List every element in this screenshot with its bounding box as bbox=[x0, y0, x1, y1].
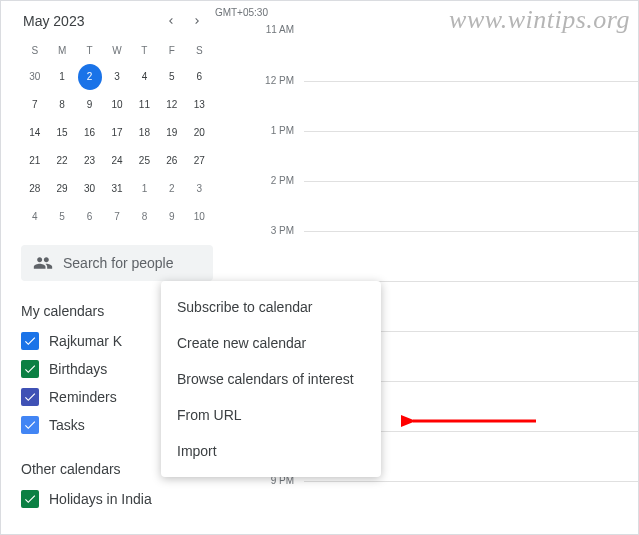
time-row[interactable]: 1 PM bbox=[304, 131, 638, 181]
calendar-day-cell[interactable]: 7 bbox=[105, 204, 129, 230]
month-nav bbox=[159, 9, 209, 33]
calendar-day-cell[interactable]: 28 bbox=[23, 176, 47, 202]
timezone-label: GMT+05:30 bbox=[208, 7, 268, 18]
calendar-label: Birthdays bbox=[49, 361, 107, 377]
calendar-day-cell[interactable]: 6 bbox=[187, 64, 211, 90]
calendar-day-cell[interactable]: 30 bbox=[78, 176, 102, 202]
calendar-day-cell[interactable]: 16 bbox=[78, 120, 102, 146]
context-menu-item-browse-calendars-of-interest[interactable]: Browse calendars of interest bbox=[161, 361, 381, 397]
add-calendar-context-menu: Subscribe to calendarCreate new calendar… bbox=[161, 281, 381, 477]
time-row[interactable]: 11 AM bbox=[304, 31, 638, 81]
check-icon bbox=[23, 362, 37, 376]
calendar-day-cell[interactable]: 21 bbox=[23, 148, 47, 174]
calendar-label: Tasks bbox=[49, 417, 85, 433]
search-people-input[interactable]: Search for people bbox=[21, 245, 213, 281]
calendar-day-cell[interactable]: 30 bbox=[23, 64, 47, 90]
prev-month-button[interactable] bbox=[159, 9, 183, 33]
calendar-day-cell[interactable]: 11 bbox=[132, 92, 156, 118]
context-menu-item-import[interactable]: Import bbox=[161, 433, 381, 469]
calendar-day-cell[interactable]: 27 bbox=[187, 148, 211, 174]
calendar-day-cell[interactable]: 18 bbox=[132, 120, 156, 146]
calendar-day-cell[interactable]: 26 bbox=[160, 148, 184, 174]
calendar-day-cell[interactable]: 12 bbox=[160, 92, 184, 118]
time-label: 3 PM bbox=[254, 225, 294, 236]
time-row[interactable]: 2 PM bbox=[304, 181, 638, 231]
calendar-day-cell[interactable]: 23 bbox=[78, 148, 102, 174]
day-of-week-header: T bbox=[76, 39, 103, 63]
calendar-day-cell[interactable]: 8 bbox=[50, 92, 74, 118]
time-label: 1 PM bbox=[254, 125, 294, 136]
time-row[interactable]: 3 PM bbox=[304, 231, 638, 281]
context-menu-item-create-new-calendar[interactable]: Create new calendar bbox=[161, 325, 381, 361]
calendar-day-cell[interactable]: 3 bbox=[105, 64, 129, 90]
calendar-checkbox[interactable] bbox=[21, 360, 39, 378]
search-placeholder: Search for people bbox=[63, 255, 174, 271]
calendar-label: Holidays in India bbox=[49, 491, 152, 507]
calendar-day-cell[interactable]: 17 bbox=[105, 120, 129, 146]
calendar-day-cell[interactable]: 22 bbox=[50, 148, 74, 174]
day-of-week-header: S bbox=[21, 39, 48, 63]
calendar-checkbox[interactable] bbox=[21, 490, 39, 508]
calendar-day-cell[interactable]: 20 bbox=[187, 120, 211, 146]
day-of-week-header: M bbox=[48, 39, 75, 63]
calendar-day-cell[interactable]: 5 bbox=[50, 204, 74, 230]
check-icon bbox=[23, 492, 37, 506]
month-title: May 2023 bbox=[23, 13, 84, 29]
calendar-day-cell[interactable]: 29 bbox=[50, 176, 74, 202]
other-calendars-list: Holidays in India bbox=[21, 485, 213, 513]
calendar-day-cell[interactable]: 25 bbox=[132, 148, 156, 174]
check-icon bbox=[23, 390, 37, 404]
calendar-day-cell[interactable]: 4 bbox=[132, 64, 156, 90]
calendar-day-cell[interactable]: 31 bbox=[105, 176, 129, 202]
day-of-week-header: W bbox=[103, 39, 130, 63]
mini-calendar-header: May 2023 bbox=[21, 9, 213, 33]
calendar-day-cell[interactable]: 13 bbox=[187, 92, 211, 118]
calendar-day-cell[interactable]: 9 bbox=[160, 204, 184, 230]
check-icon bbox=[23, 334, 37, 348]
calendar-day-cell[interactable]: 3 bbox=[187, 176, 211, 202]
calendar-day-cell[interactable]: 2 bbox=[78, 64, 102, 90]
calendar-day-cell[interactable]: 9 bbox=[78, 92, 102, 118]
calendar-day-cell[interactable]: 15 bbox=[50, 120, 74, 146]
calendar-day-cell[interactable]: 19 bbox=[160, 120, 184, 146]
calendar-label: Rajkumar K bbox=[49, 333, 122, 349]
calendar-day-cell[interactable]: 1 bbox=[132, 176, 156, 202]
check-icon bbox=[23, 418, 37, 432]
calendar-day-cell[interactable]: 5 bbox=[160, 64, 184, 90]
next-month-button[interactable] bbox=[185, 9, 209, 33]
calendar-day-cell[interactable]: 10 bbox=[187, 204, 211, 230]
annotation-arrow bbox=[401, 406, 541, 436]
time-row[interactable]: 9 PM bbox=[304, 481, 638, 531]
context-menu-item-from-url[interactable]: From URL bbox=[161, 397, 381, 433]
day-of-week-header: S bbox=[186, 39, 213, 63]
calendar-day-cell[interactable]: 10 bbox=[105, 92, 129, 118]
context-menu-item-subscribe-to-calendar[interactable]: Subscribe to calendar bbox=[161, 289, 381, 325]
time-row[interactable]: 12 PM bbox=[304, 81, 638, 131]
calendar-day-cell[interactable]: 24 bbox=[105, 148, 129, 174]
time-label: 2 PM bbox=[254, 175, 294, 186]
time-label: 12 PM bbox=[254, 75, 294, 86]
calendar-list-item: Holidays in India bbox=[21, 485, 213, 513]
calendar-day-cell[interactable]: 4 bbox=[23, 204, 47, 230]
calendar-day-cell[interactable]: 6 bbox=[78, 204, 102, 230]
day-of-week-header: F bbox=[158, 39, 185, 63]
time-label: 11 AM bbox=[254, 24, 294, 35]
chevron-left-icon bbox=[165, 15, 177, 27]
calendar-checkbox[interactable] bbox=[21, 388, 39, 406]
day-of-week-header: T bbox=[131, 39, 158, 63]
calendar-label: Reminders bbox=[49, 389, 117, 405]
calendar-day-cell[interactable]: 1 bbox=[50, 64, 74, 90]
chevron-right-icon bbox=[191, 15, 203, 27]
calendar-day-cell[interactable]: 14 bbox=[23, 120, 47, 146]
mini-calendar-grid: SMTWTFS301234567891011121314151617181920… bbox=[21, 39, 213, 231]
calendar-day-cell[interactable]: 7 bbox=[23, 92, 47, 118]
calendar-checkbox[interactable] bbox=[21, 332, 39, 350]
calendar-day-cell[interactable]: 8 bbox=[132, 204, 156, 230]
calendar-day-cell[interactable]: 2 bbox=[160, 176, 184, 202]
people-icon bbox=[33, 253, 53, 273]
calendar-checkbox[interactable] bbox=[21, 416, 39, 434]
watermark-text: www.wintips.org bbox=[449, 5, 630, 35]
